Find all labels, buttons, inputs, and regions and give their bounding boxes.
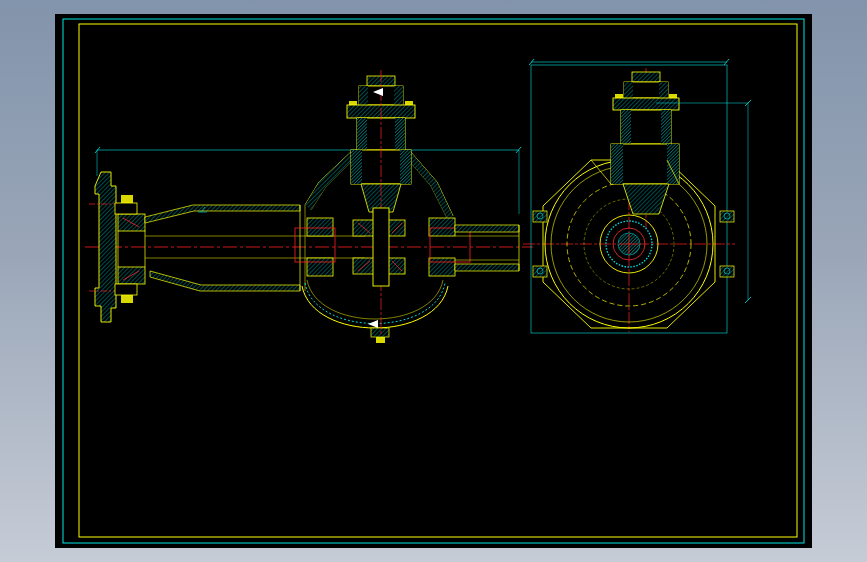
cad-drawing-canvas[interactable] (55, 14, 812, 548)
sheet-frame (79, 24, 797, 537)
section-arrow-bottom (368, 320, 378, 328)
input-assembly-front (591, 72, 679, 214)
hub-bearing-group (115, 195, 145, 303)
drawing-svg (55, 14, 812, 548)
input-pinion-assembly (347, 70, 415, 336)
left-view-axle-section (85, 70, 533, 343)
right-view-section-aa (523, 59, 751, 333)
right-axle-tube (455, 225, 519, 271)
